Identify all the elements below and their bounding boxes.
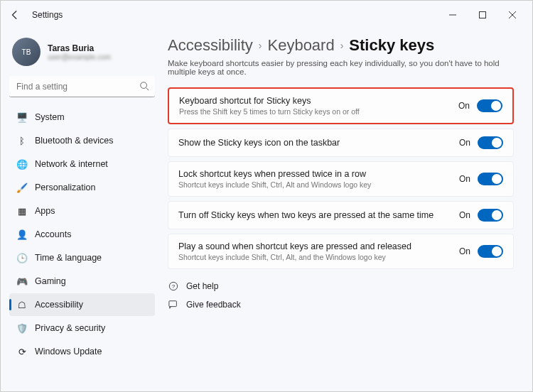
setting-subtitle: Shortcut keys include Shift, Ctrl, Alt, … — [178, 253, 411, 261]
sidebar-item-apps[interactable]: ▦Apps — [9, 200, 155, 222]
sidebar-item-network-internet[interactable]: 🌐Network & internet — [9, 153, 155, 175]
sidebar-item-label: Windows Update — [35, 347, 102, 356]
svg-rect-1 — [480, 12, 486, 18]
maximize-button[interactable] — [468, 5, 497, 25]
sidebar-item-label: Accessibility — [35, 300, 83, 310]
system-icon: 🖥️ — [16, 111, 28, 123]
settings-window: Settings TB Taras Buria user@example.com — [0, 0, 533, 392]
sidebar-item-privacy-security[interactable]: 🛡️Privacy & security — [9, 317, 155, 339]
sidebar-item-accessibility[interactable]: ☖Accessibility — [9, 293, 155, 316]
main-content: Accessibility › Keyboard › Sticky keys M… — [161, 29, 532, 391]
page-description: Make keyboard shortcuts easier by pressi… — [168, 59, 514, 76]
feedback-icon — [168, 299, 179, 310]
search-box — [9, 76, 155, 97]
window-controls — [438, 5, 527, 25]
sidebar-item-label: Gaming — [35, 276, 66, 286]
breadcrumb-keyboard[interactable]: Keyboard — [267, 36, 334, 55]
svg-text:?: ? — [172, 283, 176, 290]
get-help-link[interactable]: ? Get help — [168, 281, 514, 292]
toggle-state-label: On — [459, 210, 470, 220]
sidebar-item-label: System — [35, 112, 65, 122]
sidebar-item-label: Personalization — [35, 183, 95, 192]
personalization-icon: 🖌️ — [16, 182, 28, 193]
accessibility-icon: ☖ — [16, 299, 28, 310]
toggle-state-label: On — [459, 246, 470, 256]
sidebar-item-label: Privacy & security — [35, 323, 105, 333]
sidebar-nav: 🖥️SystemᛒBluetooth & devices🌐Network & i… — [9, 106, 155, 363]
bluetooth-devices-icon: ᛒ — [16, 135, 28, 146]
setting-row: Keyboard shortcut for Sticky keysPress t… — [168, 87, 514, 124]
titlebar: Settings — [1, 1, 532, 29]
setting-subtitle: Shortcut keys include Shift, Ctrl, Alt a… — [178, 180, 371, 189]
privacy-security-icon: 🛡️ — [16, 322, 28, 334]
window-title: Settings — [32, 10, 63, 20]
setting-title: Keyboard shortcut for Sticky keys — [179, 96, 360, 106]
profile-name: Taras Buria — [48, 43, 111, 53]
toggle-switch[interactable] — [478, 209, 503, 222]
sidebar: TB Taras Buria user@example.com 🖥️System… — [1, 29, 161, 391]
toggle-state-label: On — [458, 101, 470, 111]
chevron-right-icon: › — [340, 40, 344, 51]
give-feedback-label: Give feedback — [186, 300, 241, 310]
setting-subtitle: Press the Shift key 5 times to turn Stic… — [179, 107, 360, 116]
arrow-left-icon — [10, 10, 20, 20]
maximize-icon — [479, 11, 486, 18]
toggle-switch[interactable] — [478, 173, 503, 185]
sidebar-item-label: Network & internet — [35, 159, 108, 169]
minimize-button[interactable] — [438, 5, 467, 25]
apps-icon: ▦ — [16, 205, 28, 217]
windows-update-icon: ⟳ — [16, 346, 28, 357]
setting-row: Play a sound when shortcut keys are pres… — [168, 234, 514, 269]
search-input[interactable] — [9, 76, 155, 97]
get-help-label: Get help — [186, 281, 218, 291]
profile-email: user@example.com — [48, 53, 111, 61]
sidebar-item-label: Time & language — [35, 253, 102, 263]
toggle-switch[interactable] — [477, 99, 502, 112]
toggle-switch[interactable] — [478, 245, 503, 258]
sidebar-item-label: Accounts — [35, 229, 71, 239]
setting-row: Show the Sticky keys icon on the taskbar… — [168, 129, 514, 157]
setting-title: Turn off Sticky keys when two keys are p… — [178, 210, 434, 220]
help-links: ? Get help Give feedback — [168, 281, 514, 310]
close-icon — [509, 11, 516, 18]
sidebar-item-label: Bluetooth & devices — [35, 136, 114, 146]
breadcrumb: Accessibility › Keyboard › Sticky keys — [168, 36, 514, 55]
back-button[interactable] — [6, 6, 23, 23]
toggle-state-label: On — [459, 138, 470, 148]
setting-row: Lock shortcut keys when pressed twice in… — [168, 161, 514, 197]
breadcrumb-accessibility[interactable]: Accessibility — [168, 36, 253, 55]
sidebar-item-accounts[interactable]: 👤Accounts — [9, 223, 155, 246]
network-internet-icon: 🌐 — [16, 158, 28, 170]
sidebar-item-bluetooth-devices[interactable]: ᛒBluetooth & devices — [9, 129, 155, 152]
svg-point-2 — [141, 82, 147, 89]
sidebar-item-gaming[interactable]: 🎮Gaming — [9, 270, 155, 293]
setting-row: Turn off Sticky keys when two keys are p… — [168, 201, 514, 229]
time-language-icon: 🕒 — [16, 252, 28, 263]
profile[interactable]: TB Taras Buria user@example.com — [9, 33, 155, 76]
minimize-icon — [449, 11, 456, 18]
setting-title: Show the Sticky keys icon on the taskbar — [178, 138, 340, 148]
search-icon — [139, 81, 149, 94]
svg-line-3 — [146, 88, 149, 91]
sidebar-item-personalization[interactable]: 🖌️Personalization — [9, 176, 155, 199]
sidebar-item-windows-update[interactable]: ⟳Windows Update — [9, 340, 155, 363]
gaming-icon: 🎮 — [16, 276, 28, 287]
setting-title: Play a sound when shortcut keys are pres… — [178, 241, 411, 251]
settings-list: Keyboard shortcut for Sticky keysPress t… — [168, 87, 514, 269]
help-icon: ? — [168, 281, 179, 292]
accounts-icon: 👤 — [16, 229, 28, 240]
window-body: TB Taras Buria user@example.com 🖥️System… — [1, 29, 532, 391]
sidebar-item-time-language[interactable]: 🕒Time & language — [9, 246, 155, 269]
toggle-state-label: On — [459, 174, 470, 184]
setting-title: Lock shortcut keys when pressed twice in… — [178, 169, 371, 179]
chevron-right-icon: › — [259, 40, 262, 51]
give-feedback-link[interactable]: Give feedback — [168, 299, 514, 310]
avatar: TB — [12, 38, 41, 66]
sidebar-item-system[interactable]: 🖥️System — [9, 106, 155, 129]
close-button[interactable] — [498, 5, 527, 25]
breadcrumb-current: Sticky keys — [349, 36, 434, 55]
sidebar-item-label: Apps — [35, 206, 55, 216]
toggle-switch[interactable] — [478, 136, 503, 149]
svg-rect-6 — [169, 301, 177, 307]
